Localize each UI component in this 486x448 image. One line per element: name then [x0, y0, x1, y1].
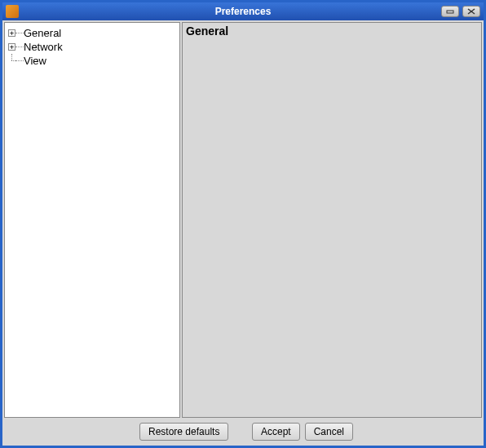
minimize-button[interactable] — [441, 6, 459, 17]
tree-label: Network — [24, 41, 63, 53]
tree-item-network[interactable]: + Network — [7, 40, 178, 54]
button-bar: Restore defaults Accept Cancel — [4, 418, 482, 444]
tree-connector — [15, 47, 24, 47]
preferences-window: Preferences + General + Network — [0, 0, 486, 448]
close-button[interactable] — [462, 6, 480, 17]
tree-pane: + General + Network View — [4, 22, 180, 418]
tree-item-view[interactable]: View — [7, 54, 178, 68]
tree-label: View — [24, 55, 46, 67]
app-icon — [6, 5, 19, 18]
titlebar: Preferences — [2, 2, 484, 20]
tree-leaf-icon — [8, 57, 15, 64]
tree-connector — [15, 33, 24, 33]
tree-label: General — [24, 27, 61, 39]
cancel-button[interactable]: Cancel — [305, 423, 353, 441]
detail-header: General — [186, 24, 478, 38]
tree-connector — [15, 60, 24, 61]
expand-icon[interactable]: + — [8, 43, 15, 51]
window-title: Preferences — [215, 6, 272, 17]
restore-defaults-button[interactable]: Restore defaults — [139, 423, 228, 441]
detail-pane: General — [182, 22, 482, 418]
minimize-icon — [445, 8, 455, 15]
content-area: + General + Network View General — [2, 20, 484, 446]
window-controls — [441, 6, 480, 17]
tree-item-general[interactable]: + General — [7, 26, 178, 40]
expand-icon[interactable]: + — [8, 29, 15, 37]
close-icon — [466, 8, 476, 15]
accept-button[interactable]: Accept — [252, 423, 300, 441]
split-panes: + General + Network View General — [4, 22, 482, 418]
svg-rect-0 — [447, 11, 453, 13]
